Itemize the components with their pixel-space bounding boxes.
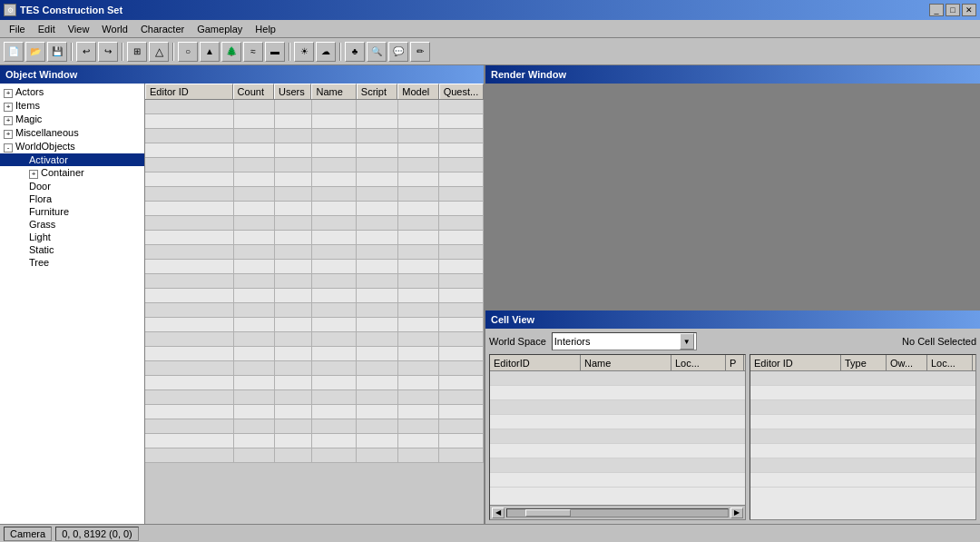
cell-row[interactable] [750,400,975,415]
toolbar-grid[interactable]: ⊞ [127,42,147,62]
grid-row[interactable] [145,245,484,260]
toolbar-brush[interactable]: ○ [178,42,198,62]
toolbar-save[interactable]: 💾 [47,42,67,62]
toolbar-light[interactable]: ☀ [294,42,314,62]
cell-row[interactable] [490,473,745,488]
tree-tree[interactable]: Tree [0,256,144,269]
minimize-button[interactable]: _ [929,4,944,16]
col-users[interactable]: Users [274,84,311,99]
cell-row[interactable] [750,386,975,400]
scroll-track[interactable] [506,508,729,517]
toolbar-search[interactable]: 🔍 [367,42,387,62]
toolbar-grass[interactable]: ♣ [345,42,365,62]
tree-light[interactable]: Light [0,231,144,243]
left-col-editorid[interactable]: EditorID [490,355,581,370]
grid-row[interactable] [145,419,484,434]
expand-container-icon[interactable]: + [29,170,38,179]
cell-row[interactable] [490,371,745,386]
menu-gameplay[interactable]: Gameplay [191,22,248,36]
cell-row[interactable] [750,473,975,488]
col-quest[interactable]: Quest... [439,84,484,99]
cell-row[interactable] [490,415,745,429]
grid-row[interactable] [145,361,484,376]
menu-world[interactable]: World [96,22,133,36]
toolbar-open[interactable]: 📂 [25,42,45,62]
toolbar-tree[interactable]: 🌲 [221,42,241,62]
tree-items[interactable]: +Items [0,99,144,113]
menu-character[interactable]: Character [135,22,190,36]
grid-row[interactable] [145,172,484,187]
toolbar-chat[interactable]: 💬 [388,42,408,62]
expand-magic-icon[interactable]: + [4,116,13,125]
expand-items-icon[interactable]: + [4,103,13,112]
right-col-type[interactable]: Type [841,355,887,370]
menu-help[interactable]: Help [250,22,281,36]
cell-row[interactable] [490,444,745,458]
tree-magic[interactable]: +Magic [0,113,144,126]
grid-row[interactable] [145,260,484,274]
toolbar-pencil[interactable]: ✏ [410,42,430,62]
right-col-editorid[interactable]: Editor ID [750,355,841,370]
tree-worldobjects[interactable]: -WorldObjects [0,140,144,153]
tree-activator[interactable]: Activator [0,153,144,166]
tree-static[interactable]: Static [0,243,144,256]
close-button[interactable]: ✕ [962,4,976,16]
col-model[interactable]: Model [397,84,438,99]
render-area[interactable] [485,84,980,309]
left-col-loc[interactable]: Loc... [671,355,726,370]
world-space-dropdown[interactable]: Interiors ▼ [552,332,697,350]
grid-row[interactable] [145,347,484,361]
cell-row[interactable] [750,429,975,444]
toolbar-undo[interactable]: ↩ [76,42,96,62]
grid-row[interactable] [145,158,484,172]
maximize-button[interactable]: □ [946,4,960,16]
grid-row[interactable] [145,143,484,158]
scroll-right-button[interactable]: ▶ [730,508,743,518]
toolbar-mountain[interactable]: ▲ [200,42,220,62]
grid-row[interactable] [145,274,484,289]
grid-row[interactable] [145,202,484,216]
col-count[interactable]: Count [233,84,274,99]
col-script[interactable]: Script [357,84,397,99]
scroll-left-button[interactable]: ◀ [492,508,505,518]
left-col-p[interactable]: P [726,355,744,370]
toolbar-cloud[interactable]: ☁ [316,42,336,62]
cell-row[interactable] [750,458,975,473]
tree-door[interactable]: Door [0,180,144,192]
grid-row[interactable] [145,231,484,245]
toolbar-flatten[interactable]: ▬ [265,42,285,62]
toolbar-terrain[interactable]: △ [149,42,169,62]
tree-container[interactable]: +Container [0,166,144,180]
tree-actors[interactable]: +Actors [0,85,144,99]
grid-row[interactable] [145,390,484,405]
grid-row[interactable] [145,318,484,332]
col-editor-id[interactable]: Editor ID [145,84,233,99]
grid-row[interactable] [145,448,484,463]
expand-actors-icon[interactable]: + [4,89,13,98]
cell-row[interactable] [490,458,745,473]
cell-row[interactable] [750,371,975,386]
grid-row[interactable] [145,114,484,129]
cell-row[interactable] [490,400,745,415]
expand-misc-icon[interactable]: + [4,130,13,139]
col-name[interactable]: Name [311,84,356,99]
grid-row[interactable] [145,129,484,143]
cell-row[interactable] [750,415,975,429]
tree-grass[interactable]: Grass [0,218,144,231]
grid-row[interactable] [145,405,484,419]
right-col-owner[interactable]: Ow... [887,355,927,370]
cell-row[interactable] [750,444,975,458]
grid-row[interactable] [145,289,484,303]
grid-row[interactable] [145,303,484,318]
cell-row[interactable] [490,386,745,400]
left-col-name[interactable]: Name [581,355,671,370]
grid-row[interactable] [145,187,484,202]
scroll-thumb[interactable] [525,509,571,517]
right-col-loc[interactable]: Loc... [927,355,973,370]
toolbar-new[interactable]: 📄 [4,42,24,62]
tree-furniture[interactable]: Furniture [0,205,144,218]
tree-miscellaneous[interactable]: +Miscellaneous [0,126,144,140]
menu-view[interactable]: View [63,22,95,36]
expand-worldobjects-icon[interactable]: - [4,143,13,153]
tree-flora[interactable]: Flora [0,192,144,205]
